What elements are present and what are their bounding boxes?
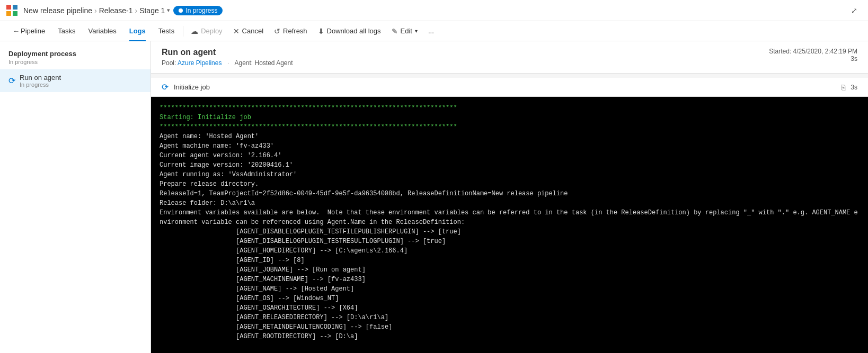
more-label: ... bbox=[428, 27, 434, 35]
tab-tasks[interactable]: Tasks bbox=[51, 21, 82, 41]
console-line: Current image version: '20200416.1' bbox=[160, 160, 860, 170]
content-area: Run on agent Pool: Azure Pipelines · Age… bbox=[151, 41, 868, 353]
pool-link[interactable]: Azure Pipelines bbox=[178, 59, 222, 67]
tab-logs[interactable]: Logs bbox=[123, 21, 152, 41]
meta-sep: · bbox=[226, 59, 231, 67]
top-bar: New release pipeline › Release-1 › Stage… bbox=[0, 0, 868, 21]
cancel-icon: ✕ bbox=[233, 27, 240, 35]
console-line: Environment variables available are belo… bbox=[160, 208, 860, 227]
nav-separator bbox=[183, 26, 183, 37]
edit-action[interactable]: ✎ Edit ▾ bbox=[386, 23, 423, 39]
copy-icon[interactable]: ⎘ bbox=[841, 83, 845, 92]
console-line: Agent machine name: 'fv-az433' bbox=[160, 141, 860, 151]
task-row[interactable]: ⟳ Initialize job ⎘ 3s bbox=[151, 78, 868, 97]
back-label: Pipeline bbox=[21, 27, 45, 35]
task-duration: 3s bbox=[851, 84, 857, 91]
console-line: [AGENT_RELEASEDIRECTORY] --> [D:\a\r1\a] bbox=[160, 313, 860, 322]
cancel-action[interactable]: ✕ Cancel bbox=[228, 23, 269, 39]
tab-tests[interactable]: Tests bbox=[152, 21, 181, 41]
job-meta: Pool: Azure Pipelines · Agent: Hosted Ag… bbox=[162, 59, 293, 67]
task-label: Initialize job bbox=[174, 83, 836, 91]
job-info: Run on agent Pool: Azure Pipelines · Age… bbox=[162, 48, 293, 67]
console-line: Prepare release directory. bbox=[160, 179, 860, 189]
app-logo bbox=[6, 5, 18, 16]
console-line: [AGENT_ROOTDIRECTORY] --> [D:\a] bbox=[160, 332, 860, 341]
refresh-action[interactable]: ↺ Refresh bbox=[269, 23, 313, 39]
download-icon: ⬇ bbox=[318, 27, 324, 35]
console-line: [AGENT_HOMEDIRECTORY] --> [C:\agents\2.1… bbox=[160, 246, 860, 256]
sidebar-item-text: Run on agent In progress bbox=[20, 74, 61, 88]
console-line: ****************************************… bbox=[160, 122, 860, 132]
stage-name[interactable]: Stage 1 bbox=[139, 6, 165, 15]
console-line: [AGENT_RETAINDEFAULTENCODING] --> [false… bbox=[160, 322, 860, 332]
expand-button[interactable]: ⤢ bbox=[847, 3, 862, 18]
tab-variables[interactable]: Variables bbox=[82, 21, 123, 41]
agent-label: Agent: Hosted Agent bbox=[234, 59, 293, 67]
status-dot bbox=[179, 8, 183, 13]
breadcrumb: New release pipeline › Release-1 › Stage… bbox=[23, 6, 170, 15]
console-line: [AGENT_OSARCHITECTURE] --> [X64] bbox=[160, 303, 860, 313]
sidebar-item-status: In progress bbox=[20, 82, 61, 88]
status-label: In progress bbox=[185, 7, 217, 14]
job-duration: 3s bbox=[769, 55, 857, 62]
edit-icon: ✎ bbox=[392, 27, 398, 35]
stage-wrap: Stage 1 ▾ bbox=[139, 6, 170, 15]
release-name[interactable]: Release-1 bbox=[99, 6, 133, 15]
pool-label: Pool: bbox=[162, 59, 176, 67]
console-line: Release folder: D:\a\r1\a bbox=[160, 198, 860, 208]
deploy-action[interactable]: ☁ Deploy bbox=[185, 23, 227, 39]
console-line: ****************************************… bbox=[160, 103, 860, 113]
deploy-icon: ☁ bbox=[191, 27, 198, 35]
sidebar-section-status: In progress bbox=[0, 59, 150, 69]
console-line: Agent running as: 'VssAdministrator' bbox=[160, 170, 860, 179]
task-status-icon: ⟳ bbox=[162, 82, 169, 92]
console-line: [AGENT_DISABLELOGPLUGIN_TESTFILEPUBLISHE… bbox=[160, 227, 860, 237]
job-header: Run on agent Pool: Azure Pipelines · Age… bbox=[151, 41, 868, 74]
sidebar-section-title: Deployment process bbox=[0, 48, 150, 59]
console-line: [AGENT_MACHINENAME] --> [fv-az433] bbox=[160, 275, 860, 284]
job-title: Run on agent bbox=[162, 48, 293, 57]
nav-back[interactable]: ← Pipeline bbox=[6, 21, 51, 41]
console-output: ****************************************… bbox=[151, 97, 868, 353]
refresh-icon: ↺ bbox=[274, 27, 280, 35]
nav-bar: ← Pipeline Tasks Variables Logs Tests ☁ … bbox=[0, 21, 868, 41]
console-line: [AGENT_DISABLELOGPLUGIN_TESTRESULTLOGPLU… bbox=[160, 237, 860, 246]
spinner-icon: ⟳ bbox=[8, 76, 15, 86]
console-line: ReleaseId=1, TeamProjectId=2f52d86c-0049… bbox=[160, 189, 860, 198]
sidebar-item-run-on-agent[interactable]: ⟳ Run on agent In progress bbox=[0, 69, 150, 92]
console-line: Starting: Initialize job bbox=[160, 113, 860, 122]
more-action[interactable]: ... bbox=[423, 23, 439, 39]
console-line: [AGENT_NAME] --> [Hosted Agent] bbox=[160, 284, 860, 294]
task-row-right: ⎘ 3s bbox=[841, 83, 857, 92]
breadcrumb-sep-1: › bbox=[94, 6, 97, 15]
stage-chevron-icon[interactable]: ▾ bbox=[167, 7, 170, 14]
download-action[interactable]: ⬇ Download all logs bbox=[313, 23, 386, 39]
main-layout: Deployment process In progress ⟳ Run on … bbox=[0, 41, 868, 353]
console-line: [AGENT_JOBNAME] --> [Run on agent] bbox=[160, 265, 860, 275]
status-badge: In progress bbox=[173, 6, 223, 15]
breadcrumb-sep-2: › bbox=[135, 6, 137, 15]
sidebar: Deployment process In progress ⟳ Run on … bbox=[0, 41, 151, 353]
pipeline-name[interactable]: New release pipeline bbox=[23, 6, 92, 15]
console-line: Current agent version: '2.166.4' bbox=[160, 151, 860, 160]
job-started: Started: 4/25/2020, 2:42:19 PM bbox=[769, 48, 857, 55]
edit-chevron-icon: ▾ bbox=[415, 28, 418, 34]
back-arrow-icon: ← bbox=[13, 27, 20, 35]
job-timing: Started: 4/25/2020, 2:42:19 PM 3s bbox=[769, 48, 857, 62]
console-line: [AGENT_ID] --> [8] bbox=[160, 256, 860, 265]
console-line: [AGENT_OS] --> [Windows_NT] bbox=[160, 294, 860, 303]
sidebar-item-label: Run on agent bbox=[20, 74, 61, 82]
console-line: Agent name: 'Hosted Agent' bbox=[160, 132, 860, 141]
